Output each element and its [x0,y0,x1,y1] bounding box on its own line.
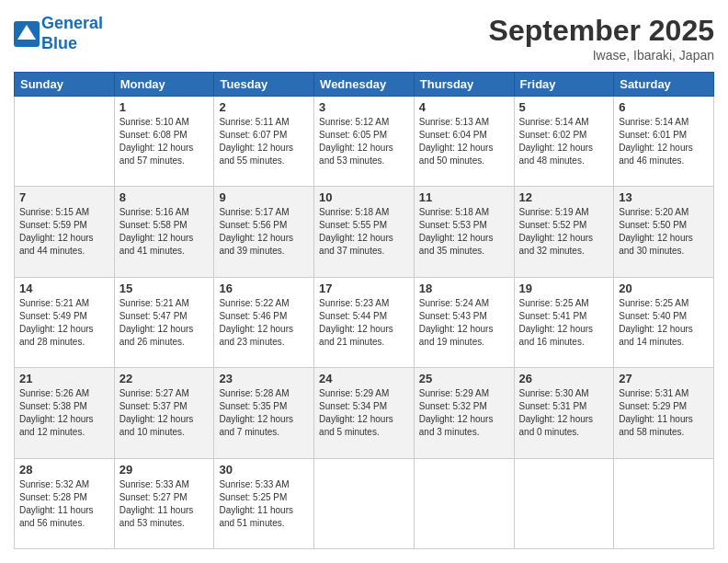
table-row: 28Sunrise: 5:32 AM Sunset: 5:28 PM Dayli… [15,458,115,548]
day-info: Sunrise: 5:26 AM Sunset: 5:38 PM Dayligh… [19,387,109,439]
calendar-week-row: 1Sunrise: 5:10 AM Sunset: 6:08 PM Daylig… [15,97,714,187]
calendar-table: Sunday Monday Tuesday Wednesday Thursday… [14,72,714,549]
table-row: 9Sunrise: 5:17 AM Sunset: 5:56 PM Daylig… [214,187,314,277]
day-number: 20 [619,282,709,295]
table-row: 7Sunrise: 5:15 AM Sunset: 5:59 PM Daylig… [15,187,115,277]
day-info: Sunrise: 5:10 AM Sunset: 6:08 PM Dayligh… [119,116,210,167]
table-row: 5Sunrise: 5:14 AM Sunset: 6:02 PM Daylig… [514,97,614,187]
day-number: 1 [119,100,210,114]
day-info: Sunrise: 5:27 AM Sunset: 5:37 PM Dayligh… [119,387,210,439]
day-number: 2 [219,100,309,114]
day-number: 16 [219,282,309,295]
table-row: 4Sunrise: 5:13 AM Sunset: 6:04 PM Daylig… [414,97,514,187]
day-info: Sunrise: 5:30 AM Sunset: 5:31 PM Dayligh… [519,387,609,439]
day-info: Sunrise: 5:12 AM Sunset: 6:05 PM Dayligh… [319,116,409,167]
day-number: 12 [519,190,609,204]
day-number: 4 [419,100,509,114]
day-info: Sunrise: 5:13 AM Sunset: 6:04 PM Dayligh… [419,116,509,167]
table-row: 29Sunrise: 5:33 AM Sunset: 5:27 PM Dayli… [114,458,214,548]
col-friday: Friday [514,73,614,97]
day-number: 29 [119,463,210,477]
table-row: 14Sunrise: 5:21 AM Sunset: 5:49 PM Dayli… [15,277,115,367]
table-row: 15Sunrise: 5:21 AM Sunset: 5:47 PM Dayli… [114,277,214,367]
day-number: 11 [419,190,509,204]
day-number: 26 [519,372,609,385]
logo-icon [14,21,40,47]
day-number: 25 [419,372,509,385]
col-saturday: Saturday [614,73,714,97]
day-info: Sunrise: 5:21 AM Sunset: 5:49 PM Dayligh… [19,297,109,349]
day-info: Sunrise: 5:29 AM Sunset: 5:32 PM Dayligh… [419,387,509,439]
day-number: 24 [319,372,409,385]
table-row: 21Sunrise: 5:26 AM Sunset: 5:38 PM Dayli… [15,368,115,458]
day-info: Sunrise: 5:23 AM Sunset: 5:44 PM Dayligh… [319,297,409,349]
month-title: September 2025 [489,14,714,48]
header: General Blue September 2025 Iwase, Ibara… [14,14,714,63]
table-row: 24Sunrise: 5:29 AM Sunset: 5:34 PM Dayli… [314,368,415,458]
day-number: 14 [19,282,109,295]
day-number: 3 [319,100,409,114]
day-number: 13 [619,190,709,204]
day-info: Sunrise: 5:18 AM Sunset: 5:55 PM Dayligh… [319,206,409,258]
day-info: Sunrise: 5:14 AM Sunset: 6:02 PM Dayligh… [519,116,609,167]
day-info: Sunrise: 5:33 AM Sunset: 5:27 PM Dayligh… [119,478,210,530]
table-row [15,97,115,187]
day-number: 8 [119,190,210,204]
day-info: Sunrise: 5:18 AM Sunset: 5:53 PM Dayligh… [419,206,509,258]
col-sunday: Sunday [15,73,115,97]
day-number: 6 [619,100,709,114]
table-row: 25Sunrise: 5:29 AM Sunset: 5:32 PM Dayli… [414,368,514,458]
calendar-week-row: 14Sunrise: 5:21 AM Sunset: 5:49 PM Dayli… [15,277,714,367]
table-row: 12Sunrise: 5:19 AM Sunset: 5:52 PM Dayli… [514,187,614,277]
day-info: Sunrise: 5:19 AM Sunset: 5:52 PM Dayligh… [519,206,609,258]
day-info: Sunrise: 5:28 AM Sunset: 5:35 PM Dayligh… [219,387,309,439]
table-row: 8Sunrise: 5:16 AM Sunset: 5:58 PM Daylig… [114,187,214,277]
day-info: Sunrise: 5:17 AM Sunset: 5:56 PM Dayligh… [219,206,309,258]
table-row: 16Sunrise: 5:22 AM Sunset: 5:46 PM Dayli… [214,277,314,367]
calendar-header-row: Sunday Monday Tuesday Wednesday Thursday… [15,73,714,97]
day-info: Sunrise: 5:25 AM Sunset: 5:41 PM Dayligh… [519,297,609,349]
day-info: Sunrise: 5:11 AM Sunset: 6:07 PM Dayligh… [219,116,309,167]
calendar-week-row: 7Sunrise: 5:15 AM Sunset: 5:59 PM Daylig… [15,187,714,277]
logo-blue: Blue [41,34,103,54]
table-row [414,458,514,548]
day-number: 23 [219,372,309,385]
table-row [314,458,415,548]
logo: General Blue [14,14,103,53]
table-row: 2Sunrise: 5:11 AM Sunset: 6:07 PM Daylig… [214,97,314,187]
table-row: 19Sunrise: 5:25 AM Sunset: 5:41 PM Dayli… [514,277,614,367]
table-row: 11Sunrise: 5:18 AM Sunset: 5:53 PM Dayli… [414,187,514,277]
table-row: 27Sunrise: 5:31 AM Sunset: 5:29 PM Dayli… [614,368,714,458]
title-area: September 2025 Iwase, Ibaraki, Japan [489,14,714,63]
table-row [614,458,714,548]
day-info: Sunrise: 5:20 AM Sunset: 5:50 PM Dayligh… [619,206,709,258]
table-row: 13Sunrise: 5:20 AM Sunset: 5:50 PM Dayli… [614,187,714,277]
table-row: 3Sunrise: 5:12 AM Sunset: 6:05 PM Daylig… [314,97,415,187]
calendar-week-row: 28Sunrise: 5:32 AM Sunset: 5:28 PM Dayli… [15,458,714,548]
table-row: 6Sunrise: 5:14 AM Sunset: 6:01 PM Daylig… [614,97,714,187]
day-number: 10 [319,190,409,204]
day-number: 28 [19,463,109,477]
day-number: 5 [519,100,609,114]
logo-text: General Blue [41,14,103,53]
table-row [514,458,614,548]
day-number: 22 [119,372,210,385]
table-row: 23Sunrise: 5:28 AM Sunset: 5:35 PM Dayli… [214,368,314,458]
day-info: Sunrise: 5:21 AM Sunset: 5:47 PM Dayligh… [119,297,210,349]
day-info: Sunrise: 5:15 AM Sunset: 5:59 PM Dayligh… [19,206,109,258]
day-number: 9 [219,190,309,204]
day-number: 18 [419,282,509,295]
col-wednesday: Wednesday [314,73,415,97]
day-number: 15 [119,282,210,295]
day-info: Sunrise: 5:16 AM Sunset: 5:58 PM Dayligh… [119,206,210,258]
logo-general: General [41,14,103,32]
day-number: 7 [19,190,109,204]
table-row: 17Sunrise: 5:23 AM Sunset: 5:44 PM Dayli… [314,277,415,367]
col-monday: Monday [114,73,214,97]
day-info: Sunrise: 5:32 AM Sunset: 5:28 PM Dayligh… [19,478,109,530]
col-thursday: Thursday [414,73,514,97]
col-tuesday: Tuesday [214,73,314,97]
day-number: 19 [519,282,609,295]
day-info: Sunrise: 5:22 AM Sunset: 5:46 PM Dayligh… [219,297,309,349]
table-row: 20Sunrise: 5:25 AM Sunset: 5:40 PM Dayli… [614,277,714,367]
